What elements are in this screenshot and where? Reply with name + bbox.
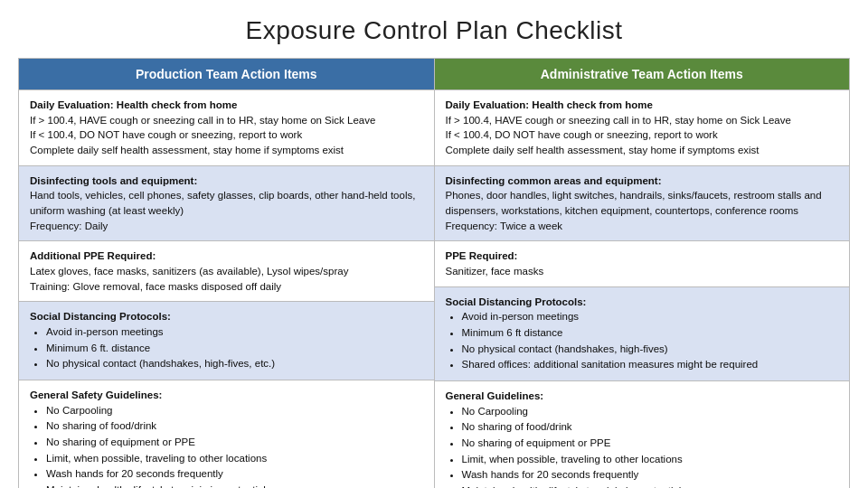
main-table: Production Team Action Items Daily Evalu…	[18, 58, 850, 488]
cell-[object Object]-2: PPE Required:Sanitizer, face masks	[435, 240, 850, 286]
cell-[object Object]-4: General Safety Guidelines:No CarpoolingN…	[19, 380, 434, 488]
cell-[object Object]-0: Daily Evaluation: Health check from home…	[435, 89, 850, 165]
page-title: Exposure Control Plan Checklist	[245, 16, 622, 45]
cell-[object Object]-4: General Guidelines:No CarpoolingNo shari…	[435, 380, 850, 488]
right-column-header: Administrative Team Action Items	[435, 59, 850, 89]
cell-[object Object]-3: Social Distancing Protocols:Avoid in-per…	[435, 286, 850, 380]
cell-[object Object]-1: Disinfecting tools and equipment:Hand to…	[19, 165, 434, 241]
cell-[object Object]-1: Disinfecting common areas and equipment:…	[435, 165, 850, 241]
left-column: Production Team Action Items Daily Evalu…	[19, 59, 435, 488]
cell-[object Object]-0: Daily Evaluation: Health check from home…	[19, 89, 434, 165]
left-column-header: Production Team Action Items	[19, 59, 434, 89]
right-column: Administrative Team Action Items Daily E…	[435, 59, 850, 488]
cell-[object Object]-3: Social Distancing Protocols:Avoid in-per…	[19, 301, 434, 380]
cell-[object Object]-2: Additional PPE Required:Latex gloves, fa…	[19, 240, 434, 301]
